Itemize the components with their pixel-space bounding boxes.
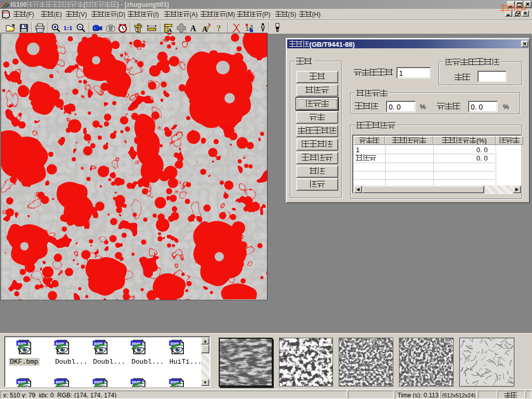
svg-text:?: ? (217, 24, 221, 33)
svg-text:A: A (190, 24, 196, 33)
svg-text:DOC: DOC (3, 11, 9, 15)
